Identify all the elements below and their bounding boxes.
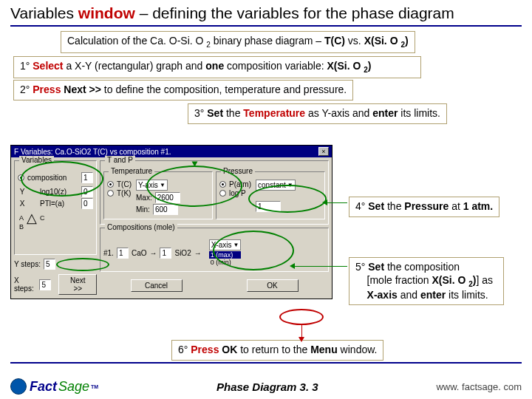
dialog-titlebar: F Variables: Ca.O-SiO2 T(C) vs compositi… <box>11 146 332 157</box>
comp-axis-dropdown[interactable]: X-axis▼ <box>209 239 242 250</box>
callout-step6: 6° Press OK to return to the Menu window… <box>171 340 383 361</box>
group-compositions: Compositions (mole) <box>105 223 177 231</box>
radio-tc[interactable] <box>107 181 114 188</box>
highlight-ok <box>279 309 324 325</box>
footer-center-text: Phase Diagram 3. 3 <box>216 381 318 393</box>
variables-dialog: F Variables: Ca.O-SiO2 T(C) vs compositi… <box>10 145 332 299</box>
footer: FactSageTM Phase Diagram 3. 3 www. facts… <box>0 378 532 395</box>
input-tmin[interactable]: 600 <box>153 204 178 215</box>
group-variables: Variables <box>19 156 54 164</box>
footer-url: www. factsage. com <box>436 381 522 392</box>
input-tmax[interactable]: 2600 <box>155 192 180 203</box>
input-composition[interactable]: 1 <box>81 172 93 183</box>
close-icon[interactable]: × <box>318 147 329 156</box>
input-ptla[interactable]: 0 <box>81 198 93 209</box>
triangle-icon: △ <box>27 214 37 222</box>
input-ysteps[interactable]: 5 <box>44 259 55 270</box>
footer-divider <box>10 362 522 364</box>
callout-step3: 3° Set the Temperature as Y-axis and ent… <box>188 103 447 124</box>
title-divider <box>10 25 522 27</box>
radio-tk[interactable] <box>107 190 114 197</box>
callout-step1: 1° Select a X-Y (rectangular) graph and … <box>13 56 421 78</box>
callout-step4: 4° Set the Pressure at 1 atm. <box>349 197 499 217</box>
callout-step2: 2° Press Next >> to define the compositi… <box>13 80 353 100</box>
pressure-dropdown[interactable]: constant▼ <box>256 180 296 191</box>
dialog-title: F Variables: Ca.O-SiO2 T(C) vs compositi… <box>14 148 171 156</box>
ok-button[interactable]: OK <box>247 279 299 292</box>
row-composition[interactable]: composition 1 <box>18 172 93 183</box>
callout-calc: Calculation of the Ca. O-Si. O 2 binary … <box>61 31 415 53</box>
cancel-button[interactable]: Cancel <box>131 279 183 292</box>
callout-step5: 5° Set the composition [mole fraction X(… <box>349 257 504 305</box>
radio-composition[interactable] <box>18 174 24 181</box>
slide-title: Variables window – defining the variable… <box>0 0 532 24</box>
globe-icon <box>10 378 27 395</box>
input-pressure[interactable]: 1 <box>256 201 281 212</box>
input-xsteps[interactable]: 5 <box>39 279 51 290</box>
factsage-logo: FactSageTM <box>10 378 98 395</box>
input-log10z[interactable]: 0 <box>81 186 93 197</box>
radio-logp[interactable] <box>219 190 226 197</box>
temp-axis-dropdown[interactable]: Y-axis▼ <box>136 180 168 191</box>
group-tp: T and P <box>105 156 135 164</box>
radio-patm[interactable] <box>219 181 226 188</box>
next-button[interactable]: Next >> <box>58 274 97 295</box>
